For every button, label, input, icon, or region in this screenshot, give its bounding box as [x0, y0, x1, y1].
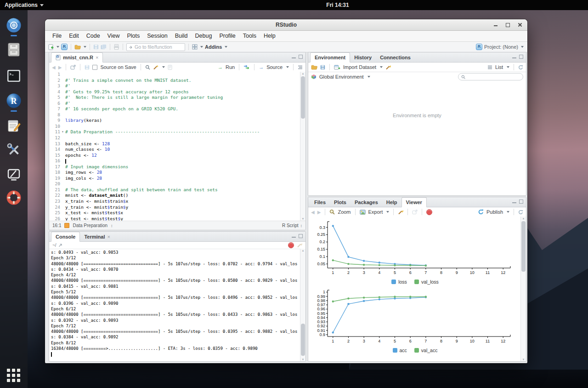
code-line-26[interactable]: 26y_test <- mnist$test$y	[49, 216, 300, 221]
scrollbar-thumb[interactable]	[521, 221, 526, 272]
import-dataset-button[interactable]: Import Dataset	[343, 64, 376, 70]
stop-button[interactable]	[426, 209, 432, 215]
maximize-button[interactable]	[505, 22, 511, 28]
clear-environment-icon[interactable]	[385, 65, 391, 70]
code-tools-caret[interactable]	[162, 66, 165, 68]
code-line-7[interactable]: 7#' 16 seconds per epoch on a GRID K520 …	[49, 106, 300, 112]
source-caret[interactable]	[286, 66, 289, 68]
minimize-pane-icon[interactable]	[292, 55, 296, 59]
save-icon[interactable]	[85, 65, 90, 70]
menu-plots[interactable]: Plots	[123, 31, 143, 41]
scope-selector[interactable]: Data Preparation	[73, 223, 107, 228]
menu-debug[interactable]: Debug	[192, 31, 216, 41]
maximize-pane-icon[interactable]	[519, 200, 523, 204]
environment-search-input[interactable]	[458, 73, 523, 80]
code-line-20[interactable]: 20	[49, 181, 300, 187]
save-button[interactable]	[93, 44, 99, 50]
close-button[interactable]	[517, 22, 523, 28]
popout-icon[interactable]	[70, 65, 76, 70]
scrollbar-thumb[interactable]	[301, 324, 305, 356]
console-output[interactable]: s: 0.0493 - val_acc: 0.9853Epoch 3/12480…	[49, 249, 300, 361]
open-file-button[interactable]	[74, 45, 81, 50]
popout-icon[interactable]	[412, 210, 418, 215]
code-line-14[interactable]: 14num_classes <- 10	[49, 147, 300, 153]
refresh-icon[interactable]	[518, 210, 523, 215]
zoom-button[interactable]: Zoom	[338, 209, 351, 215]
dock-tools-button[interactable]	[6, 142, 22, 158]
goto-file-input[interactable]: Go to file/function	[126, 43, 185, 51]
code-line-1[interactable]: 1	[49, 72, 300, 78]
dock-terminal-button[interactable]	[6, 68, 22, 84]
publish-button[interactable]: Publish	[486, 209, 503, 215]
menu-build[interactable]: Build	[171, 31, 192, 41]
tab-mnist-cnn[interactable]: R mnist_cnn.R	[51, 52, 103, 63]
publish-caret[interactable]	[507, 211, 509, 213]
scroll-down-icon[interactable]: ▼	[521, 358, 526, 361]
addins-button[interactable]: Addins	[205, 44, 222, 50]
dock-display-button[interactable]	[6, 167, 22, 183]
code-line-16[interactable]: 16	[49, 158, 300, 164]
code-line-9[interactable]: 9library(keras)	[49, 118, 300, 124]
tab-files[interactable]: Files	[310, 198, 330, 207]
tab-terminal[interactable]: Terminal	[80, 232, 114, 241]
code-line-13[interactable]: 13batch_size <- 128	[49, 141, 300, 147]
panes-caret[interactable]	[200, 46, 203, 48]
maximize-pane-icon[interactable]	[299, 55, 303, 59]
source-button[interactable]: Source	[266, 64, 283, 70]
source-on-save-checkbox[interactable]	[92, 65, 97, 70]
close-tab-icon[interactable]	[107, 232, 110, 241]
viewer-scrollbar[interactable]: ▲ ▼	[520, 217, 526, 361]
scroll-up-icon[interactable]: ▲	[521, 217, 526, 220]
maximize-pane-icon[interactable]	[299, 234, 303, 238]
dock-chromium-button[interactable]	[6, 17, 22, 33]
clear-viewer-icon[interactable]	[398, 210, 403, 215]
code-line-15[interactable]: 15epochs <- 12	[49, 153, 300, 159]
editor-scrollbar[interactable]: ▲ ▼	[300, 72, 305, 221]
show-applications-button[interactable]	[7, 369, 21, 382]
export-button[interactable]: Export	[368, 209, 383, 215]
tab-connections[interactable]: Connections	[376, 53, 415, 62]
tab-packages[interactable]: Packages	[351, 198, 382, 207]
run-button[interactable]: Run	[226, 64, 235, 70]
code-line-24[interactable]: 24y_train <- mnist$train$y	[49, 205, 300, 211]
clock[interactable]: Fri 14:31	[326, 0, 349, 10]
new-project-button[interactable]	[61, 44, 68, 50]
scroll-up-icon[interactable]: ▲	[300, 72, 305, 75]
code-line-21[interactable]: 21# The data, shuffled and split between…	[49, 187, 300, 193]
tab-environment[interactable]: Environment	[310, 52, 350, 63]
file-type-selector[interactable]: R Script	[282, 223, 299, 228]
rerun-icon[interactable]	[243, 65, 250, 69]
menu-code[interactable]: Code	[83, 31, 104, 41]
code-line-6[interactable]: 6#'	[49, 101, 300, 107]
back-icon[interactable]: ◀	[52, 65, 56, 70]
tab-plots[interactable]: Plots	[330, 198, 351, 207]
environment-scope-caret[interactable]	[368, 76, 370, 78]
code-tools-icon[interactable]	[153, 65, 158, 70]
project-menu[interactable]: Project: (None)	[476, 44, 524, 50]
tab-history[interactable]: History	[350, 53, 376, 62]
dock-help-button[interactable]	[6, 190, 22, 205]
forward-icon[interactable]: ▶	[317, 210, 321, 215]
save-workspace-icon[interactable]	[320, 65, 325, 70]
code-line-23[interactable]: 23x_train <- mnist$train$x	[49, 199, 300, 205]
code-line-8[interactable]: 8	[49, 112, 300, 118]
code-line-18[interactable]: 18img_rows <- 28	[49, 170, 300, 176]
minimize-pane-icon[interactable]	[512, 200, 516, 204]
interrupt-r-button[interactable]	[288, 242, 294, 248]
code-line-5[interactable]: 5#' Note: There is still a large margin …	[49, 95, 300, 101]
menu-tools[interactable]: Tools	[239, 31, 260, 41]
new-file-button[interactable]	[48, 44, 54, 50]
open-file-caret[interactable]	[84, 46, 86, 48]
code-line-2[interactable]: 2#' Trains a simple convnet on the MNIST…	[49, 78, 300, 84]
scroll-up-icon[interactable]: ▲	[300, 249, 305, 252]
scroll-down-icon[interactable]: ▼	[300, 358, 305, 361]
tab-console[interactable]: Console	[51, 232, 80, 242]
save-all-button[interactable]	[101, 44, 107, 50]
back-icon[interactable]: ◀	[311, 210, 315, 215]
menu-help[interactable]: Help	[260, 31, 279, 41]
code-line-3[interactable]: 3#'	[49, 83, 300, 89]
scroll-down-icon[interactable]: ▼	[300, 217, 305, 220]
code-line-17[interactable]: 17# Input image dimensions	[49, 164, 300, 170]
dock-text-editor-button[interactable]	[6, 118, 22, 133]
close-tab-icon[interactable]	[96, 53, 98, 62]
